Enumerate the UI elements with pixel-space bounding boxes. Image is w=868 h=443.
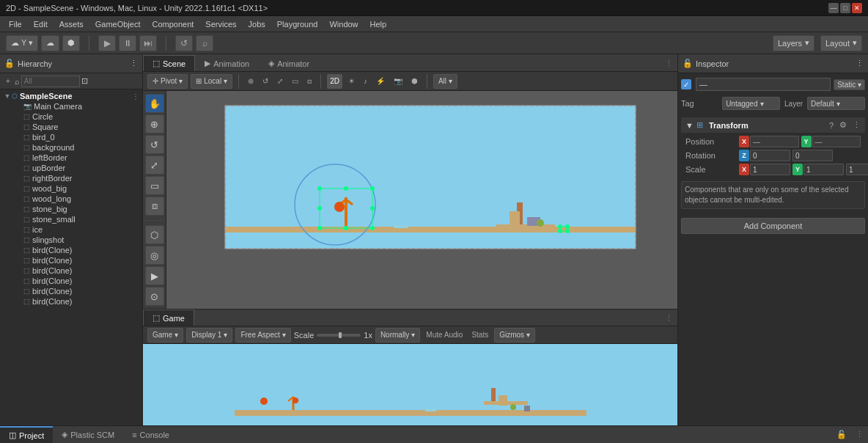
undo-button[interactable]: ↺ <box>175 35 193 51</box>
move-tool-btn[interactable]: ⊕ <box>145 114 164 133</box>
menu-jobs[interactable]: Jobs <box>243 18 271 30</box>
transform-tool-btn[interactable]: ⧈ <box>145 197 164 216</box>
tab-console[interactable]: ≡ Console <box>123 426 178 443</box>
game-view[interactable] <box>143 344 677 425</box>
hier-filter-icon[interactable]: ⊡ <box>81 76 88 86</box>
lock-icon[interactable]: 🔓 <box>4 59 15 68</box>
tab-animation[interactable]: ▶ Animation <box>195 55 259 71</box>
hierarchy-item-square[interactable]: ⬚ Square <box>0 122 142 132</box>
scale-z-input[interactable] <box>846 164 868 175</box>
minimize-button[interactable]: — <box>828 3 839 13</box>
menu-component[interactable]: Component <box>146 18 199 30</box>
layer-dropdown[interactable]: Default ▾ <box>807 97 865 110</box>
hand-tool-button[interactable]: ✋ <box>145 94 164 113</box>
hierarchy-item-bird-clone-3[interactable]: ⬚ bird(Clone) <box>0 266 142 276</box>
bottom-menu-icon[interactable]: ⋮ <box>851 430 868 439</box>
position-y-input[interactable]: — <box>812 136 861 147</box>
search-button[interactable]: ⌕ <box>196 35 213 51</box>
hierarchy-item-woodlong[interactable]: ⬚ wood_long <box>0 194 142 204</box>
transform-component-header[interactable]: ▼ ⊞ Transform ? ⚙ ⋮ <box>681 117 865 133</box>
add-component-button[interactable]: Add Component <box>681 218 865 234</box>
component-menu-icon[interactable]: ⋮ <box>853 120 861 130</box>
tab-game[interactable]: ⬚ Game <box>143 310 194 326</box>
camera-view-button[interactable]: 📷 <box>391 74 405 89</box>
hierarchy-item-woodbig[interactable]: ⬚ wood_big <box>0 183 142 194</box>
mute-audio-button[interactable]: Mute Audio <box>423 328 466 343</box>
help-icon[interactable]: ? <box>829 121 834 130</box>
scale-x-input[interactable] <box>750 164 790 175</box>
bottom-lock-icon[interactable]: 🔓 <box>832 430 851 439</box>
inspector-lock-icon[interactable]: 🔓 <box>683 59 693 68</box>
hierarchy-item-stonebig[interactable]: ⬚ stone_big <box>0 204 142 214</box>
tab-scene[interactable]: ⬚ Scene <box>143 55 195 71</box>
hierarchy-menu-icon[interactable]: ⋮ <box>130 59 138 68</box>
layers-dropdown[interactable]: Layers ▾ <box>773 35 814 51</box>
position-x-input[interactable]: — <box>750 136 799 147</box>
hierarchy-item-samplescene[interactable]: ▼ ⬡ SampleScene ⋮ <box>0 91 142 101</box>
scene-panel-menu-icon[interactable]: ⋮ <box>661 56 677 71</box>
menu-window[interactable]: Window <box>323 18 364 30</box>
play-tool-btn[interactable]: ▶ <box>145 266 164 285</box>
collab-button[interactable]: ⬢ <box>62 35 80 51</box>
gizmo-button[interactable]: ⬢ <box>408 74 421 89</box>
scale-tool-button[interactable]: ⤢ <box>274 74 286 89</box>
rotation-val-input[interactable] <box>792 150 833 161</box>
step-button[interactable]: ⏭ <box>139 35 157 51</box>
cloud-button[interactable]: ☁ <box>41 35 59 51</box>
scale-slider[interactable] <box>317 334 361 337</box>
rotate-tool-button[interactable]: ↺ <box>260 74 271 89</box>
effect-button[interactable]: ⚡ <box>373 74 388 89</box>
hierarchy-item-bird-clone-4[interactable]: ⬚ bird(Clone) <box>0 276 142 286</box>
rotation-z-input[interactable] <box>750 150 790 161</box>
normally-dropdown[interactable]: Normally ▾ <box>375 328 420 343</box>
hierarchy-item-leftborder[interactable]: ⬚ leftBorder <box>0 153 142 163</box>
game-panel-menu-icon[interactable]: ⋮ <box>661 310 677 326</box>
local-dropdown[interactable]: ⊞ Local ▾ <box>191 74 232 89</box>
scale-tool-btn[interactable]: ⤢ <box>145 155 164 175</box>
pivot-dropdown[interactable]: ✛ Pivot ▾ <box>147 74 188 89</box>
object-name-input[interactable] <box>696 78 831 91</box>
stats-button[interactable]: Stats <box>468 328 491 343</box>
aspect-dropdown[interactable]: Free Aspect ▾ <box>235 328 290 343</box>
hierarchy-item-ice[interactable]: ⬚ ice <box>0 224 142 235</box>
hierarchy-item-maincamera[interactable]: 📷 Main Camera <box>0 101 142 111</box>
menu-playground[interactable]: Playground <box>271 18 324 30</box>
maximize-button[interactable]: □ <box>840 3 850 13</box>
tab-plastic-scm[interactable]: ◈ Plastic SCM <box>53 426 123 443</box>
hierarchy-item-background[interactable]: ⬚ background <box>0 142 142 153</box>
hierarchy-item-slingshot[interactable]: ⬚ slingshot <box>0 235 142 245</box>
rotate-tool-btn[interactable]: ↺ <box>145 135 164 154</box>
rect-tool-btn[interactable]: ▭ <box>145 176 164 195</box>
gizmos-dropdown[interactable]: Gizmos ▾ <box>494 328 535 343</box>
hierarchy-item-bird-clone-6[interactable]: ⬚ bird(Clone) <box>0 296 142 307</box>
menu-gameobject[interactable]: GameObject <box>89 18 147 30</box>
target-tool-btn[interactable]: ◎ <box>145 246 164 265</box>
menu-file[interactable]: File <box>3 18 28 30</box>
hierarchy-search-input[interactable] <box>21 76 80 87</box>
circle-tool-btn[interactable]: ⊙ <box>145 287 164 306</box>
menu-edit[interactable]: Edit <box>28 18 54 30</box>
hierarchy-item-circle[interactable]: ⬚ Circle <box>0 111 142 122</box>
component-settings-icon[interactable]: ⚙ <box>839 120 847 130</box>
layout-dropdown[interactable]: Layout ▾ <box>820 35 862 51</box>
inspector-menu-icon[interactable]: ⋮ <box>856 59 864 68</box>
menu-assets[interactable]: Assets <box>54 18 89 30</box>
2d-button[interactable]: 2D <box>327 74 342 89</box>
menu-help[interactable]: Help <box>364 18 393 30</box>
active-checkbox[interactable]: ✓ <box>681 79 691 89</box>
tag-dropdown[interactable]: Untagged ▾ <box>722 97 780 110</box>
all-dropdown[interactable]: All ▾ <box>433 74 457 89</box>
static-dropdown[interactable]: Static ▾ <box>834 79 865 90</box>
audio-button[interactable]: ♪ <box>361 74 370 89</box>
hierarchy-item-rightborder[interactable]: ⬚ rightBorder <box>0 173 142 183</box>
close-button[interactable]: ✕ <box>852 3 862 13</box>
hierarchy-item-bird-clone-2[interactable]: ⬚ bird(Clone) <box>0 255 142 266</box>
display-dropdown[interactable]: Display 1 ▾ <box>186 328 232 343</box>
play-button[interactable]: ▶ <box>98 35 116 51</box>
move-tool-button[interactable]: ⊕ <box>245 74 257 89</box>
menu-services[interactable]: Services <box>199 18 242 30</box>
hierarchy-item-bird-clone-5[interactable]: ⬚ bird(Clone) <box>0 286 142 296</box>
transform-tool-button[interactable]: ⧈ <box>304 74 315 89</box>
hex-tool-btn[interactable]: ⬡ <box>145 225 164 244</box>
scale-y-input[interactable] <box>803 164 844 175</box>
